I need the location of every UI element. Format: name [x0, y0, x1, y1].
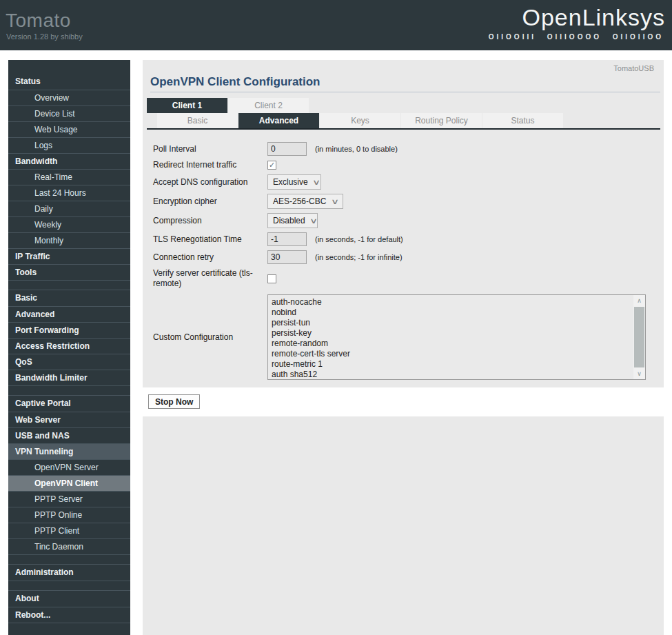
verify-cert-checkbox[interactable]	[267, 274, 276, 283]
tomatousb-label: TomatoUSB	[613, 64, 654, 72]
sidebar-item-weekly[interactable]: Weekly	[8, 216, 130, 232]
verify-cert-label: Verify server certificate (tls-remote)	[153, 268, 267, 289]
cipher-value: AES-256-CBC	[273, 196, 326, 206]
tab-client-1[interactable]: Client 1	[147, 98, 227, 113]
poll-interval-label: Poll Interval	[153, 144, 267, 154]
custom-config-textarea[interactable]: auth-nocache nobind persist-tun persist-…	[268, 295, 633, 379]
main-content: TomatoUSB OpenVPN Client Configuration C…	[143, 60, 664, 635]
sidebar-item-monthly[interactable]: Monthly	[8, 232, 130, 248]
compression-value: Disabled	[273, 216, 305, 225]
accept-dns-value: Exclusive	[273, 177, 308, 187]
chevron-down-icon: ∨	[312, 178, 320, 187]
firmware-version: Version 1.28 by shibby	[6, 32, 83, 41]
sidebar-item-about[interactable]: About	[8, 591, 130, 607]
tls-renegotiation-label: TLS Renegotiation Time	[153, 234, 267, 245]
chevron-down-icon: ∨	[331, 197, 339, 206]
stop-now-button[interactable]: Stop Now	[148, 394, 200, 409]
cipher-row: Encryption cipher AES-256-CBC ∨	[153, 194, 664, 209]
chevron-down-icon: ∨	[309, 216, 318, 225]
sidebar-item-device-list[interactable]: Device List	[8, 105, 130, 121]
sidebar-item-access-restriction[interactable]: Access Restriction	[8, 338, 130, 354]
cipher-select[interactable]: AES-256-CBC ∨	[267, 194, 343, 209]
sidebar-item-bandwidth[interactable]: Bandwidth	[8, 153, 130, 169]
bottom-panel	[143, 416, 664, 635]
tls-renegotiation-note: (in seconds, -1 for default)	[315, 235, 403, 243]
app-header: Tomato Version 1.28 by shibby OpenLinksy…	[0, 0, 672, 50]
redirect-traffic-row: Redirect Internet traffic	[153, 160, 664, 170]
verify-cert-row: Verify server certificate (tls-remote)	[153, 268, 664, 289]
page-title: OpenVPN Client Configuration	[150, 75, 320, 89]
tab-keys[interactable]: Keys	[320, 113, 400, 128]
sidebar-item-openvpn-server[interactable]: OpenVPN Server	[8, 459, 130, 475]
poll-interval-row: Poll Interval (in minutes, 0 to disable)	[153, 142, 664, 156]
connection-retry-note: (in seconds; -1 for infinite)	[315, 253, 403, 261]
sidebar-item-bandwidth-limiter[interactable]: Bandwidth Limiter	[8, 370, 130, 385]
tab-advanced[interactable]: Advanced	[238, 113, 319, 128]
brand-logo: Tomato	[6, 10, 71, 32]
connection-retry-row: Connection retry (in seconds; -1 for inf…	[153, 250, 664, 264]
tab-routing-policy[interactable]: Routing Policy	[401, 113, 482, 128]
sidebar-item-openvpn-client[interactable]: OpenVPN Client	[8, 475, 130, 491]
section-tabs: Basic Advanced Keys Routing Policy Statu…	[157, 113, 564, 128]
tls-renegotiation-row: TLS Renegotiation Time (in seconds, -1 f…	[153, 232, 664, 246]
client-tabs: Client 1 Client 2	[147, 98, 309, 113]
scrollbar[interactable]: ∧ ∨	[633, 295, 645, 379]
sidebar-item-reboot[interactable]: Reboot...	[8, 607, 130, 623]
sidebar-item-qos[interactable]: QoS	[8, 354, 130, 370]
poll-interval-input[interactable]	[267, 142, 307, 156]
tab-basic[interactable]: Basic	[157, 113, 238, 128]
cipher-label: Encryption cipher	[153, 196, 267, 207]
custom-config-label: Custom Configuration	[153, 332, 267, 343]
sidebar-item-web-usage[interactable]: Web Usage	[8, 121, 130, 137]
binary-tagline: OIIOOIII OIIIOOOO OIIOIIOO	[489, 33, 664, 41]
config-panel: TomatoUSB OpenVPN Client Configuration C…	[143, 60, 664, 387]
custom-config-row: Custom Configuration auth-nocache nobind…	[153, 294, 664, 380]
title-divider	[150, 92, 660, 92]
button-band: Stop Now	[143, 387, 664, 416]
sidebar-nav: Status Overview Device List Web Usage Lo…	[8, 60, 130, 635]
compression-row: Compression Disabled ∨	[153, 213, 664, 228]
tls-renegotiation-input[interactable]	[267, 232, 307, 246]
sidebar-item-tools[interactable]: Tools	[8, 264, 130, 280]
accept-dns-label: Accept DNS configuration	[153, 177, 267, 188]
sidebar-item-web-server[interactable]: Web Server	[8, 412, 130, 427]
sidebar-item-captive-portal[interactable]: Captive Portal	[8, 396, 130, 412]
tab-client-2[interactable]: Client 2	[228, 98, 309, 113]
sidebar-item-tinc-daemon[interactable]: Tinc Daemon	[8, 538, 130, 554]
sidebar-item-advanced[interactable]: Advanced	[8, 306, 130, 322]
connection-retry-input[interactable]	[267, 250, 307, 264]
accept-dns-select[interactable]: Exclusive ∨	[267, 174, 321, 190]
sidebar-item-usb-and-nas[interactable]: USB and NAS	[8, 427, 130, 443]
sidebar-item-last-24-hours[interactable]: Last 24 Hours	[8, 185, 130, 201]
scroll-up-icon[interactable]: ∧	[633, 295, 645, 306]
sidebar-item-overview[interactable]: Overview	[8, 90, 130, 105]
sidebar-item-port-forwarding[interactable]: Port Forwarding	[8, 322, 130, 338]
sidebar-item-daily[interactable]: Daily	[8, 201, 130, 216]
connection-retry-label: Connection retry	[153, 252, 267, 263]
sidebar-item-real-time[interactable]: Real-Time	[8, 169, 130, 185]
compression-label: Compression	[153, 216, 267, 226]
sidebar-item-basic[interactable]: Basic	[8, 290, 130, 306]
sidebar-item-pptp-server[interactable]: PPTP Server	[8, 491, 130, 507]
sidebar-item-administration[interactable]: Administration	[8, 565, 130, 581]
compression-select[interactable]: Disabled ∨	[267, 213, 318, 228]
advanced-form: Poll Interval (in minutes, 0 to disable)…	[143, 130, 664, 380]
scroll-down-icon[interactable]: ∨	[633, 368, 645, 379]
sidebar-item-status[interactable]: Status	[8, 74, 130, 90]
scrollbar-thumb[interactable]	[634, 307, 644, 367]
sidebar-item-ip-traffic[interactable]: IP Traffic	[8, 248, 130, 264]
poll-interval-note: (in minutes, 0 to disable)	[315, 145, 398, 153]
redirect-traffic-label: Redirect Internet traffic	[153, 160, 267, 170]
custom-config-wrapper: auth-nocache nobind persist-tun persist-…	[267, 294, 646, 380]
sidebar-item-logs[interactable]: Logs	[8, 137, 130, 153]
accept-dns-row: Accept DNS configuration Exclusive ∨	[153, 174, 664, 190]
sidebar-item-vpn-tunneling[interactable]: VPN Tunneling	[8, 443, 130, 459]
tab-status[interactable]: Status	[482, 113, 563, 128]
sidebar-item-pptp-online[interactable]: PPTP Online	[8, 507, 130, 523]
sidebar-item-pptp-client[interactable]: PPTP Client	[8, 523, 130, 538]
redirect-traffic-checkbox[interactable]	[267, 161, 276, 170]
openlinksys-logo: OpenLinksys	[522, 4, 665, 31]
